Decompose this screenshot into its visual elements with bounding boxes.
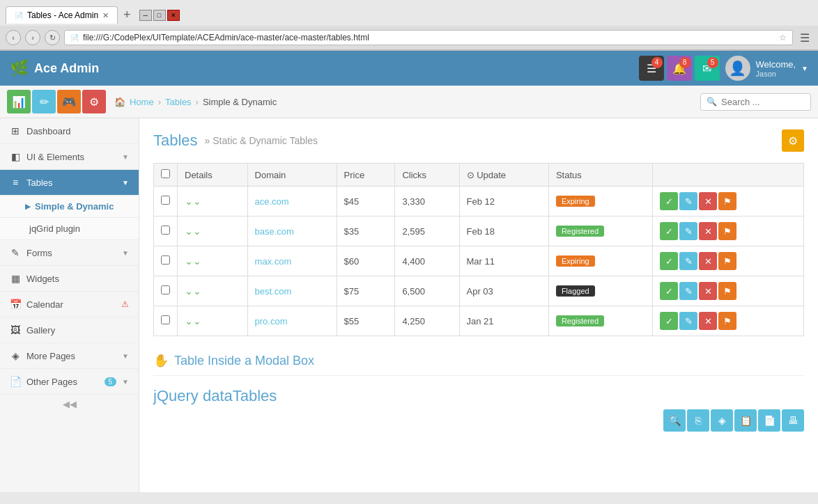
star-icon[interactable]: ☆: [779, 33, 787, 42]
table-tool-copy[interactable]: ⎘: [687, 409, 709, 432]
sidebar-item-label: Widgets: [26, 274, 129, 284]
maximize-button[interactable]: □: [153, 10, 166, 21]
close-button[interactable]: ✕: [167, 10, 180, 21]
col-header-clicks: Clicks: [395, 164, 459, 187]
sidebar-item-widgets[interactable]: ▦ Widgets: [0, 266, 139, 292]
action-flag-button[interactable]: ⚑: [718, 252, 736, 270]
sidebar-subitem-simple-dynamic[interactable]: ▶ Simple & Dynamic: [0, 196, 139, 218]
sidebar-item-ui-elements[interactable]: ◧ UI & Elements ▼: [0, 144, 139, 170]
status-badge: Expiring: [556, 196, 595, 207]
back-button[interactable]: ‹: [6, 30, 21, 45]
browser-controls: ‹ › ↻ 📄 file:///G:/CodePlex/UITemplate/A…: [0, 26, 818, 50]
browser-tab[interactable]: 📄 Tables - Ace Admin ✕: [6, 6, 118, 24]
row-domain[interactable]: ace.com: [247, 187, 337, 216]
address-text: file:///G:/CodePlex/UITemplate/ACEAdmin/…: [83, 33, 776, 42]
new-tab-button[interactable]: +: [118, 4, 137, 26]
calendar-icon: 📅: [10, 299, 21, 310]
action-flag-button[interactable]: ⚑: [718, 222, 736, 240]
settings-button[interactable]: ⚙: [782, 129, 804, 152]
breadcrumb-sep1: ›: [158, 97, 161, 107]
row-checkbox[interactable]: [161, 226, 170, 235]
sidebar-item-forms[interactable]: ✎ Forms ▼: [0, 240, 139, 266]
action-edit-button[interactable]: ✎: [679, 222, 697, 240]
search-input[interactable]: [721, 97, 805, 107]
forward-button[interactable]: ›: [25, 30, 40, 45]
messages-button[interactable]: ☰ 4: [639, 56, 664, 81]
quick-btn-edit[interactable]: ✏: [32, 90, 56, 113]
action-flag-button[interactable]: ⚑: [718, 282, 736, 300]
sidebar-subitem-jqgrid[interactable]: jqGrid plugin: [0, 218, 139, 240]
expand-icon[interactable]: ⌄⌄: [185, 315, 201, 326]
row-checkbox[interactable]: [161, 315, 170, 324]
sidebar-item-more-pages[interactable]: ◈ More Pages ▼: [0, 343, 139, 369]
main-layout: ⊞ Dashboard ◧ UI & Elements ▼ ≡ Tables ▼…: [0, 118, 818, 492]
row-checkbox[interactable]: [161, 255, 170, 265]
table-tool-pdf[interactable]: 📄: [758, 409, 780, 432]
action-confirm-button[interactable]: ✓: [660, 312, 678, 330]
col-header-actions: [653, 164, 804, 187]
sidebar-item-tables[interactable]: ≡ Tables ▼: [0, 170, 139, 196]
breadcrumb-tables[interactable]: Tables: [165, 97, 192, 107]
sidebar-item-other-pages[interactable]: 📄 Other Pages 5 ▼: [0, 369, 139, 395]
row-checkbox[interactable]: [161, 285, 170, 294]
data-table: Details Domain Price Clicks ⊙ Update Sta…: [153, 163, 804, 336]
row-price: $60: [337, 246, 395, 276]
browser-menu-button[interactable]: ☰: [797, 31, 812, 45]
action-flag-button[interactable]: ⚑: [718, 192, 736, 210]
row-domain[interactable]: pro.com: [247, 306, 337, 336]
action-confirm-button[interactable]: ✓: [660, 252, 678, 270]
notifications-button[interactable]: 🔔 8: [667, 56, 692, 81]
select-all-checkbox[interactable]: [161, 169, 170, 178]
table-tool-stacked[interactable]: ◈: [711, 409, 733, 432]
user-menu[interactable]: 👤 Welcome, Jason ▼: [725, 56, 808, 81]
action-edit-button[interactable]: ✎: [679, 282, 697, 300]
breadcrumb-home[interactable]: Home: [130, 97, 154, 107]
table-tool-csv[interactable]: 📋: [734, 409, 757, 432]
action-delete-button[interactable]: ✕: [699, 192, 717, 210]
page-title: Tables » Static & Dynamic Tables: [153, 132, 318, 150]
sidebar-item-label: Calendar: [26, 299, 116, 310]
action-flag-button[interactable]: ⚑: [718, 312, 736, 330]
navbar-right: ☰ 4 🔔 8 ✉ 5 👤 Welcome, Jason ▼: [639, 56, 808, 81]
quick-btn-games[interactable]: 🎮: [57, 90, 81, 113]
search-box[interactable]: 🔍: [700, 93, 811, 111]
sidebar-toggle[interactable]: ◀◀: [0, 395, 139, 414]
brand: 🌿 Ace Admin: [10, 59, 639, 77]
table-tool-search[interactable]: 🔍: [663, 409, 686, 432]
expand-icon[interactable]: ⌄⌄: [185, 285, 201, 297]
quick-btn-settings[interactable]: ⚙: [82, 90, 106, 113]
row-domain[interactable]: max.com: [247, 246, 337, 276]
row-update: Jan 21: [459, 306, 548, 336]
table-tool-print[interactable]: 🖶: [782, 409, 804, 432]
subitem-label: Simple & Dynamic: [35, 201, 114, 212]
action-edit-button[interactable]: ✎: [679, 192, 697, 210]
action-delete-button[interactable]: ✕: [699, 252, 717, 270]
action-confirm-button[interactable]: ✓: [660, 282, 678, 300]
sidebar-item-calendar[interactable]: 📅 Calendar ⚠: [0, 292, 139, 317]
email-button[interactable]: ✉ 5: [695, 56, 720, 81]
action-confirm-button[interactable]: ✓: [660, 222, 678, 240]
brand-icon: 🌿: [10, 59, 29, 77]
row-checkbox[interactable]: [161, 196, 170, 205]
action-edit-button[interactable]: ✎: [679, 252, 697, 270]
action-buttons: ✓ ✎ ✕ ⚑: [660, 312, 796, 330]
modal-section-icon: ✋: [153, 353, 169, 368]
action-delete-button[interactable]: ✕: [699, 282, 717, 300]
action-confirm-button[interactable]: ✓: [660, 192, 678, 210]
action-edit-button[interactable]: ✎: [679, 312, 697, 330]
address-bar[interactable]: 📄 file:///G:/CodePlex/UITemplate/ACEAdmi…: [64, 30, 793, 45]
sidebar-item-gallery[interactable]: 🖼 Gallery: [0, 317, 139, 343]
minimize-button[interactable]: ─: [139, 10, 152, 21]
row-domain[interactable]: best.com: [247, 276, 337, 306]
row-domain[interactable]: base.com: [247, 216, 337, 246]
expand-icon[interactable]: ⌄⌄: [185, 226, 201, 237]
expand-icon[interactable]: ⌄⌄: [185, 196, 201, 207]
tab-close[interactable]: ✕: [102, 11, 109, 20]
action-delete-button[interactable]: ✕: [699, 222, 717, 240]
quick-btn-charts[interactable]: 📊: [7, 90, 31, 113]
action-delete-button[interactable]: ✕: [699, 312, 717, 330]
expand-icon[interactable]: ⌄⌄: [185, 255, 201, 267]
reload-button[interactable]: ↻: [45, 30, 60, 45]
sidebar-item-dashboard[interactable]: ⊞ Dashboard: [0, 118, 139, 144]
other-pages-icon: 📄: [10, 376, 21, 387]
